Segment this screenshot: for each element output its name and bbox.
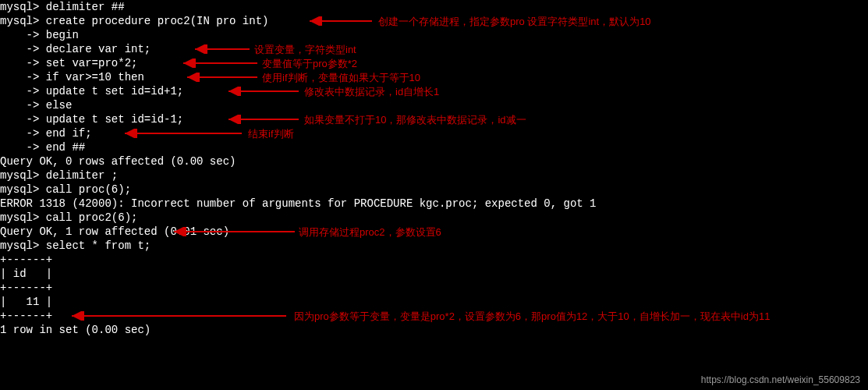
annotation-end-if: 结束if判断	[248, 127, 294, 141]
terminal-line: mysql> delimiter ;	[0, 168, 868, 183]
terminal-line: | 11 |	[0, 295, 868, 309]
annotation-call-proc2: 调用存储过程proc2，参数设置6	[299, 225, 441, 239]
terminal-line: +------+	[0, 253, 868, 267]
annotation-declare-var: 设置变量，字符类型int	[254, 43, 356, 57]
annotation-create-procedure: 创建一个存储进程，指定参数pro 设置字符类型int，默认为10	[378, 15, 651, 29]
annotation-set-var: 变量值等于pro参数*2	[262, 57, 357, 71]
annotation-if-check: 使用if判断，变量值如果大于等于10	[262, 71, 420, 85]
terminal-line: 1 row in set (0.00 sec)	[0, 323, 868, 337]
terminal-line: mysql> select * from t;	[0, 239, 868, 253]
terminal-line: Query OK, 0 rows affected (0.00 sec)	[0, 154, 868, 168]
terminal-line: +------+	[0, 281, 868, 295]
terminal-line: mysql> call proc2(6);	[0, 211, 868, 225]
terminal-line: -> if var>=10 then	[0, 70, 868, 84]
annotation-update-inc: 修改表中数据记录，id自增长1	[304, 85, 439, 99]
watermark: https://blog.csdn.net/weixin_55609823	[701, 373, 860, 387]
terminal-line: -> begin	[0, 28, 868, 42]
terminal: mysql> delimiter ## mysql> create proced…	[0, 0, 868, 390]
terminal-line: mysql> call proc(6);	[0, 183, 868, 197]
terminal-line: | id |	[0, 267, 868, 281]
terminal-line: -> declare var int;	[0, 42, 868, 56]
terminal-line: -> else	[0, 98, 868, 112]
terminal-line: -> end if;	[0, 126, 868, 140]
terminal-line: -> end ##	[0, 140, 868, 154]
annotation-result-explain: 因为pro参数等于变量，变量是pro*2，设置参数为6，那pro值为12，大于1…	[294, 310, 770, 324]
terminal-line: -> set var=pro*2;	[0, 56, 868, 70]
terminal-line: mysql> delimiter ##	[0, 0, 868, 14]
annotation-update-dec: 如果变量不打于10，那修改表中数据记录，id减一	[304, 113, 526, 127]
terminal-line: ERROR 1318 (42000): Incorrect number of …	[0, 197, 868, 211]
